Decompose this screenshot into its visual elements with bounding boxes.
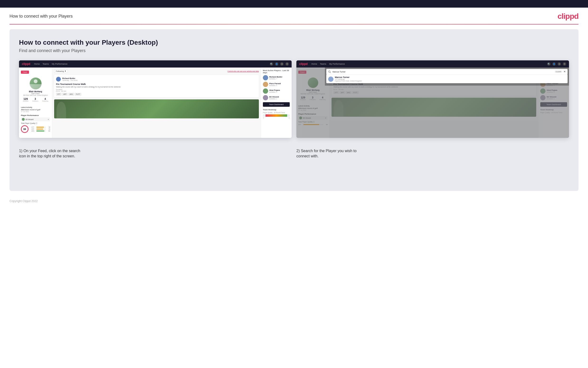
arg-track-1 (36, 130, 46, 131)
eli-activities-1: Activities: 1 (269, 98, 279, 100)
activity-user-name-1: Richard Butler (62, 77, 257, 79)
user-icon-1[interactable]: 👤 (275, 62, 278, 66)
nav-home-2[interactable]: Home (311, 63, 317, 65)
tag-arg-1: ARG (68, 93, 74, 96)
app-left-panel-1: Feed Blair McHarg Golf Coach Mill Ride G… (19, 67, 52, 138)
app-logo-2: clippd (299, 62, 307, 66)
pp-player-select-1[interactable]: Eli Vincent ▼ (21, 118, 50, 121)
header: How to connect with your Players clippd (0, 8, 588, 24)
hiral-avatar-1 (263, 88, 268, 94)
profile-name-1: Blair McHarg (21, 90, 50, 93)
search-icon-1[interactable]: 🔍 (270, 62, 273, 66)
nav-teams-2[interactable]: Teams (320, 63, 326, 65)
activity-card-1: Richard Butler Yesterday · The Grove Pre… (54, 75, 259, 97)
header-divider (9, 24, 579, 25)
player-performance-section-1: Player Performance Eli Vincent ▼ Total P… (21, 114, 50, 133)
activities-label-1: Activities (23, 100, 28, 102)
piers-activities-1: Activities: 4 (269, 85, 281, 86)
activity-desc-1: Walking the course with my coach to buil… (56, 86, 257, 88)
nav-home-1[interactable]: Home (34, 63, 40, 65)
richard-avatar-1 (263, 75, 268, 80)
following-btn-1[interactable]: Following ▼ (54, 69, 68, 73)
app-right-panel-1: Most Active Players - Last 30 days Richa… (261, 67, 292, 138)
app-logo-1: clippd (22, 62, 30, 66)
ott-fill-1 (36, 127, 44, 128)
app-nav-links-2: Home Teams My Performance (311, 63, 543, 65)
settings-icon-1[interactable]: ⚙ (280, 62, 284, 66)
search-icon-svg-2 (328, 70, 331, 73)
search-result-name-2: Marcus Turner (335, 76, 362, 78)
profile-icon-2[interactable]: ▼ (563, 62, 566, 66)
search-icon-2[interactable]: 🔍 (547, 62, 551, 66)
main-content: How to connect with your Players (Deskto… (9, 29, 579, 191)
arg-label-1: ARG (31, 130, 36, 132)
following-bar-1: Following ▼ Control who can see your act… (54, 69, 259, 73)
app-middle-panel-1: Following ▼ Control who can see your act… (52, 67, 261, 138)
eli-avatar-1 (263, 95, 268, 100)
footer: Copyright Clippd 2022 (0, 196, 588, 207)
profile-club-1: Mill Ride Golf Club, United Kingdom (21, 94, 50, 96)
activity-user-row-1: Richard Butler Yesterday · The Grove (56, 77, 257, 82)
app-num-1: 70 (47, 128, 50, 130)
control-link-1[interactable]: Control who can see your activity and da… (228, 70, 259, 72)
search-result-info-2: Marcus Turner 1.5 Handicap Cypress Point… (335, 76, 362, 82)
activity-title-1: Pre Tournament Course Walk (56, 83, 257, 85)
caption-2: 2) Search for the Player you wish toconn… (296, 144, 569, 164)
latest-activity-title-1: Latest Activity (21, 107, 50, 108)
team-dashboard-btn-1[interactable]: Team Dashboard (263, 102, 290, 107)
user-icon-2[interactable]: 👤 (552, 62, 556, 66)
main-title: How to connect with your Players (Deskto… (19, 39, 569, 46)
top-bar (0, 0, 588, 8)
caption-text-2: 2) Search for the Player you wish toconn… (296, 148, 569, 159)
profile-section-1: Blair McHarg Golf Coach Mill Ride Golf C… (21, 76, 50, 105)
richard-name-1: Richard Butler (269, 76, 282, 78)
nav-performance-2[interactable]: My Performance (329, 63, 345, 65)
caption-row: 1) On your Feed, click on the searchicon… (19, 144, 569, 164)
richard-info-1: Richard Butler Activities: 7 (269, 76, 282, 80)
caption-1: 1) On your Feed, click on the searchicon… (19, 144, 292, 164)
app-nav-links-1: Home Teams My Performance (34, 63, 266, 65)
search-result-avatar-2 (328, 77, 333, 82)
piers-name-1: Piers Parnell (269, 83, 281, 85)
search-close-icon-2[interactable]: ✕ (563, 70, 566, 73)
search-bar-2: Marcus Turner CLEAR ✕ (326, 69, 568, 74)
most-active-title-1: Most Active Players - Last 30 days (263, 69, 290, 74)
pp-player-name-1: Eli Vincent (26, 119, 46, 120)
followers-label-1: Followers (32, 100, 38, 102)
activity-avatar-1 (56, 77, 61, 82)
followers-stat-1: 3 Followers (32, 97, 38, 102)
followers-count-1: 3 (32, 97, 38, 100)
tpq-bar-arg-1: ARG 84 (31, 130, 50, 132)
nav-teams-1[interactable]: Teams (43, 63, 49, 65)
main-subtitle: Find and connect with your Players (19, 48, 569, 53)
activity-image-1 (54, 99, 259, 118)
hiral-name-1: Hiral Pujara (269, 89, 280, 91)
search-clear-btn-2[interactable]: CLEAR (555, 71, 562, 73)
screenshot-1: clippd Home Teams My Performance 🔍 👤 ⚙ ▼ (19, 60, 292, 138)
following-label-1: Following (42, 100, 48, 102)
profile-role-1: Golf Coach (21, 93, 50, 94)
activities-stat-1: 129 Activities (23, 97, 28, 102)
following-stat-1: 4 Following (42, 97, 48, 102)
heatmap-subtitle-1: Player Quality - 20 Round Trend (263, 112, 290, 113)
search-result-detail1-2: 1.5 Handicap (335, 78, 362, 80)
profile-stats-1: 129 Activities 3 Followers 4 Following (21, 97, 50, 102)
profile-icon-1[interactable]: ▼ (285, 62, 289, 66)
screenshots-row: clippd Home Teams My Performance 🔍 👤 ⚙ ▼ (19, 60, 569, 138)
app-nav-2: clippd Home Teams My Performance 🔍 👤 ⚙ ▼ (296, 60, 569, 67)
page-title: How to connect with your Players (9, 14, 73, 19)
settings-icon-2[interactable]: ⚙ (558, 62, 561, 66)
tpq-score-1: 84 (21, 125, 28, 133)
search-result-2[interactable]: Marcus Turner 1.5 Handicap Cypress Point… (326, 74, 568, 83)
app-body-1: Feed Blair McHarg Golf Coach Mill Ride G… (19, 67, 292, 138)
feed-tab-1[interactable]: Feed (21, 71, 29, 74)
activity-user-detail-1: Yesterday · The Grove (62, 79, 257, 81)
heatmap-scale-min-1: -5 (263, 117, 264, 119)
app-nav-icons-2: 🔍 👤 ⚙ ▼ (547, 62, 566, 66)
eli-info-1: Eli Vincent Activities: 1 (269, 96, 279, 100)
nav-performance-1[interactable]: My Performance (52, 63, 67, 65)
app-track-1 (36, 129, 46, 129)
caption-text-1: 1) On your Feed, click on the searchicon… (19, 148, 292, 159)
tpq-bar-ott-1: OTT 79 (31, 127, 50, 128)
pp-player-arrow-1: ▼ (47, 119, 49, 120)
